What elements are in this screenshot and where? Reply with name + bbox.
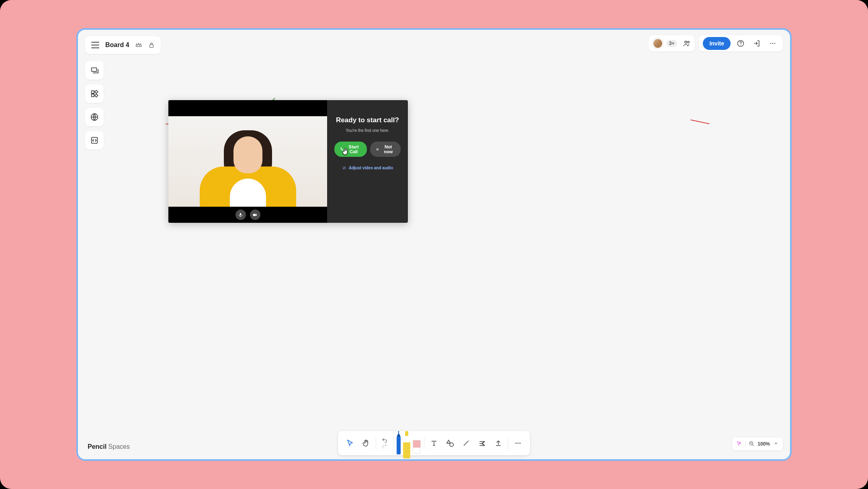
svg-rect-12 <box>95 90 98 94</box>
call-dialog-title: Ready to start call? <box>336 116 399 124</box>
svg-rect-15 <box>253 214 256 216</box>
svg-point-16 <box>344 167 345 168</box>
menu-icon[interactable] <box>91 41 100 49</box>
more-button[interactable] <box>767 37 779 49</box>
mic-toggle-button[interactable] <box>235 210 246 220</box>
boards-panel-button[interactable] <box>85 61 104 80</box>
participants-chip[interactable]: 3+ <box>649 35 695 51</box>
svg-point-7 <box>774 43 776 44</box>
sliders-icon <box>342 166 346 170</box>
board-chip: Board 4 <box>85 36 161 54</box>
not-now-button[interactable]: Not now <box>370 142 401 157</box>
start-call-button[interactable]: Start Call <box>334 142 367 157</box>
more-tools-button[interactable] <box>510 435 526 451</box>
pen-tool[interactable] <box>397 437 401 454</box>
participant-count: 3+ <box>666 40 678 47</box>
camera-toggle-button[interactable] <box>250 210 260 220</box>
crown-icon[interactable] <box>135 41 142 49</box>
undo-button[interactable] <box>381 438 389 443</box>
video-preview-pane <box>168 100 327 223</box>
svg-rect-0 <box>149 45 153 47</box>
help-button[interactable] <box>735 37 747 49</box>
svg-point-6 <box>772 43 774 44</box>
invite-button[interactable]: Invite <box>703 37 731 50</box>
zoom-out-button[interactable] <box>749 441 754 448</box>
zoom-level[interactable]: 100% <box>757 441 770 447</box>
backdrop: Board 4 3+ Invite <box>0 0 868 489</box>
redo-button[interactable] <box>381 443 389 449</box>
equation-tool[interactable] <box>474 435 490 451</box>
side-tool-column <box>85 61 104 150</box>
board-title[interactable]: Board 4 <box>105 41 129 49</box>
svg-rect-10 <box>92 94 94 97</box>
web-panel-button[interactable] <box>85 108 104 126</box>
video-preview <box>168 116 327 207</box>
svg-point-4 <box>740 45 741 45</box>
line-tool[interactable] <box>458 435 474 451</box>
zoom-menu-button[interactable] <box>773 441 779 448</box>
magic-cursor-icon[interactable] <box>736 441 742 448</box>
svg-point-17 <box>343 168 344 169</box>
people-icon[interactable] <box>683 39 691 47</box>
brand-logo: Pencil Spaces <box>88 443 130 450</box>
call-dialog: Ready to start call? You're the first on… <box>168 100 408 223</box>
exit-button[interactable] <box>751 37 763 49</box>
svg-point-1 <box>685 41 687 43</box>
adjust-av-link[interactable]: Adjust video and audio <box>342 166 393 170</box>
call-dialog-subtitle: You're the first one here. <box>346 128 389 133</box>
shapes-tool[interactable] <box>442 435 458 451</box>
svg-rect-11 <box>95 94 98 97</box>
svg-rect-9 <box>92 91 94 93</box>
svg-point-19 <box>516 443 517 444</box>
eraser-tool[interactable] <box>413 440 421 454</box>
apps-panel-button[interactable] <box>85 84 104 103</box>
svg-point-21 <box>520 443 521 444</box>
avatar <box>653 38 663 49</box>
header-actions: Invite <box>699 35 783 51</box>
pan-tool[interactable] <box>358 435 374 451</box>
app-frame: Board 4 3+ Invite <box>76 28 792 461</box>
text-tool[interactable] <box>426 435 442 451</box>
upload-tool[interactable] <box>490 435 506 451</box>
svg-point-5 <box>770 43 772 44</box>
bottom-toolbar <box>338 431 530 455</box>
svg-point-2 <box>688 41 690 43</box>
call-info-pane: Ready to start call? You're the first on… <box>327 100 408 223</box>
select-tool[interactable] <box>342 435 358 451</box>
draw-tools-group <box>397 431 421 455</box>
code-panel-button[interactable] <box>85 131 104 150</box>
highlighter-tool[interactable] <box>403 436 410 458</box>
svg-point-18 <box>450 443 453 446</box>
top-right-cluster: 3+ Invite <box>649 35 783 51</box>
zoom-control: 100% <box>732 438 783 450</box>
canvas-stroke <box>690 119 709 124</box>
lock-icon[interactable] <box>148 41 155 49</box>
phone-icon <box>340 147 344 152</box>
svg-point-20 <box>518 443 519 444</box>
svg-rect-8 <box>92 68 97 72</box>
close-icon <box>376 147 379 152</box>
